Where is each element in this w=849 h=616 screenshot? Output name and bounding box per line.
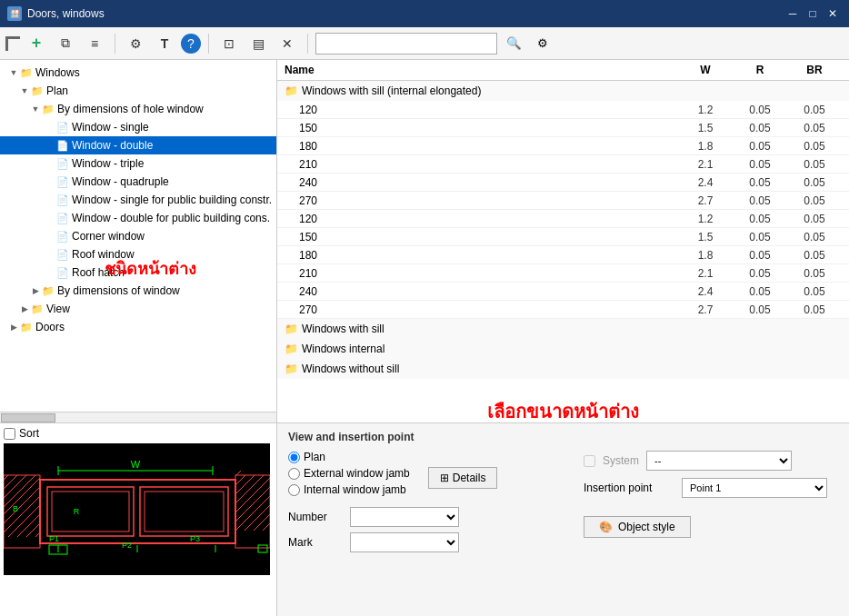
radio-external-jamb-input[interactable] [288,468,300,480]
table-row[interactable]: 210 2.1 0.05 0.05 [277,264,849,283]
scrollbar-thumb[interactable] [1,413,55,422]
expand-plan[interactable]: ▼ [18,84,31,97]
expand-view[interactable]: ▶ [18,303,31,315]
expand-doors[interactable]: ▶ [7,321,20,333]
window-preview-svg: W [4,443,270,575]
add-button[interactable]: + [24,31,49,56]
minimize-button[interactable]: ─ [784,5,802,23]
expand-by-dim-hole[interactable]: ▼ [29,103,42,115]
radio-external-jamb[interactable]: External window jamb [288,467,410,480]
row-r: 0.05 [733,140,787,153]
table-row[interactable]: 240 2.4 0.05 0.05 [277,283,849,301]
tree-item-doors[interactable]: ▶ 📁 Doors [0,318,276,336]
filter-button[interactable]: ⚙ [530,31,555,56]
folder-icon-plan: 📁 [31,85,44,97]
title-bar-title: Doors, windows [27,7,105,20]
object-style-button[interactable]: 🎨 Object style [584,516,691,538]
table-row[interactable]: 240 2.4 0.05 0.05 [277,174,849,192]
details-button[interactable]: ⊞ Details [428,467,498,489]
spacer-hatch [44,266,56,279]
row-name: 240 [299,176,678,189]
folder-icon-by-dim-window: 📁 [42,285,55,297]
mark-dropdown[interactable] [350,532,459,552]
table-row[interactable]: 120 1.2 0.05 0.05 [277,210,849,228]
tree-item-window-triple[interactable]: 📄 Window - triple [0,154,276,173]
tree-item-window-single-public[interactable]: 📄 Window - single for public building co… [0,191,276,209]
row-w: 2.7 [678,194,733,207]
close-button[interactable]: ✕ [824,5,842,23]
table-row[interactable]: 270 2.7 0.05 0.05 [277,301,849,319]
insertion-dropdown[interactable]: Point 1 Point 2 Point 3 [682,478,827,498]
row-w: 2.4 [678,176,733,189]
text-button[interactable]: T [152,31,177,56]
table-row[interactable]: 120 1.2 0.05 0.05 [277,101,849,119]
radio-internal-jamb-input[interactable] [288,484,300,496]
tree-item-window-quadruple[interactable]: 📄 Window - quadruple [0,173,276,191]
section-header-with-sill[interactable]: 📁 Windows with sill [277,319,849,339]
section-header-1[interactable]: 📁 Windows with sill (internal elongated) [277,81,849,101]
properties-panel: View and insertion point Plan [277,423,849,616]
row-w: 2.4 [678,285,733,298]
radio-plan-input[interactable] [288,452,300,463]
layout-button[interactable]: ▤ [245,31,271,56]
tree-label-by-dim-window: By dimensions of window [57,284,180,297]
preview-canvas: W [4,443,270,575]
tree-item-windows[interactable]: ▼ 📁 Windows [0,64,276,82]
radio-internal-jamb[interactable]: Internal window jamb [288,483,410,496]
tree-item-roof-hatch[interactable]: 📄 Roof hatch [0,263,276,282]
file-icon-roof: 📄 [56,249,69,261]
page-button[interactable]: ⊡ [216,31,242,56]
row-name: 240 [299,285,678,298]
file-icon-corner: 📄 [56,231,69,243]
row-br: 0.05 [787,104,842,116]
tree-label-corner: Corner window [72,230,145,243]
list-button[interactable]: ≡ [82,31,107,56]
row-w: 1.2 [678,104,733,116]
row-r: 0.05 [733,176,787,189]
delete-button[interactable]: ✕ [275,31,300,56]
insertion-row: Insertion point Point 1 Point 2 Point 3 [584,478,838,498]
system-dropdown[interactable]: -- [646,451,792,471]
row-w: 2.1 [678,158,733,171]
col-header-r: R [733,64,787,76]
col-header-w: W [678,64,733,76]
row-w: 1.5 [678,122,733,134]
tree-item-window-double-public[interactable]: 📄 Window - double for public building co… [0,209,276,227]
tree-item-roof-window[interactable]: 📄 Roof window [0,245,276,263]
folder-icon-view: 📁 [31,303,44,315]
tree-item-window-single[interactable]: 📄 Window - single [0,118,276,136]
copy-button[interactable]: ⧉ [53,31,78,56]
table-row[interactable]: 270 2.7 0.05 0.05 [277,192,849,210]
sort-checkbox[interactable] [4,428,15,440]
row-w: 1.8 [678,140,733,153]
table-row[interactable]: 180 1.8 0.05 0.05 [277,137,849,155]
expand-windows[interactable]: ▼ [7,66,20,79]
tree-item-corner-window[interactable]: 📄 Corner window [0,227,276,245]
search-button[interactable]: 🔍 [501,31,526,56]
horizontal-scrollbar[interactable] [0,412,276,422]
expand-by-dim-window[interactable]: ▶ [29,284,42,297]
tree-item-plan[interactable]: ▼ 📁 Plan [0,82,276,100]
spacer-double-pub [44,212,56,224]
section-header-internal[interactable]: 📁 Windows internal [277,339,849,359]
tree-item-by-dim-hole[interactable]: ▼ 📁 By dimensions of hole window [0,100,276,118]
number-dropdown[interactable] [350,507,459,527]
table-row[interactable]: 150 1.5 0.05 0.05 [277,119,849,137]
object-style-icon: 🎨 [599,521,613,533]
tree-item-view[interactable]: ▶ 📁 View [0,300,276,318]
tree-item-window-double[interactable]: 📄 Window - double [0,136,276,154]
table-row[interactable]: 150 1.5 0.05 0.05 [277,228,849,246]
table-row[interactable]: 180 1.8 0.05 0.05 [277,246,849,264]
preview-header: Sort [4,427,273,440]
tree-item-by-dim-window[interactable]: ▶ 📁 By dimensions of window [0,282,276,300]
file-icon-double: 📄 [56,140,69,152]
radio-plan[interactable]: Plan [288,451,565,463]
maximize-button[interactable]: □ [804,5,822,23]
help-button[interactable]: ? [181,34,201,54]
section-header-without-sill[interactable]: 📁 Windows without sill [277,359,849,379]
table-row[interactable]: 210 2.1 0.05 0.05 [277,155,849,174]
file-icon-hatch: 📄 [56,267,69,279]
settings-button[interactable]: ⚙ [123,31,148,56]
row-br: 0.05 [787,285,842,298]
search-input[interactable] [315,33,497,55]
